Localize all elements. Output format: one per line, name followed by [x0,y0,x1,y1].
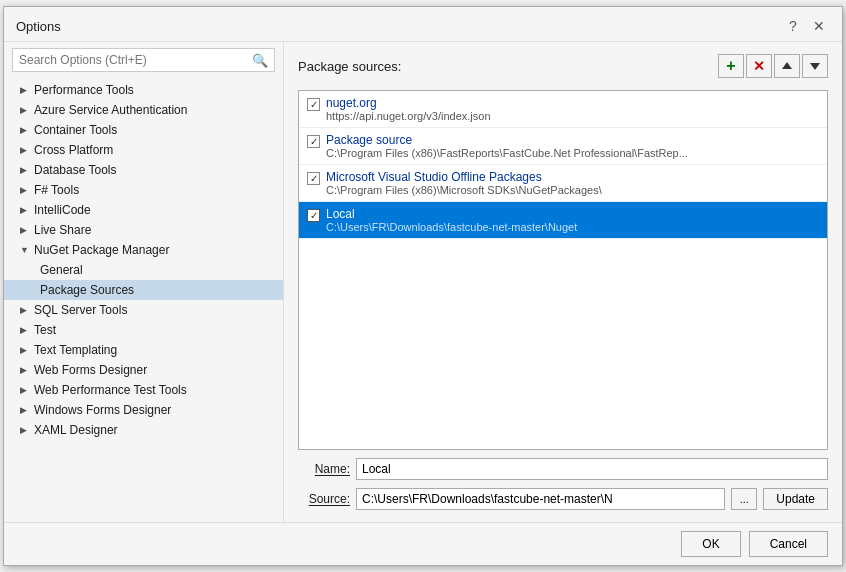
package-name-local: Local [326,207,819,221]
package-name-ms-vs-offline: Microsoft Visual Studio Offline Packages [326,170,819,184]
tree-item-web-perf-test-tools[interactable]: ▶ Web Performance Test Tools [4,380,283,400]
tree-label: Performance Tools [34,83,134,97]
name-row: Name: [298,458,828,480]
tree-label: Live Share [34,223,91,237]
options-tree: ▶ Performance Tools ▶ Azure Service Auth… [4,78,283,522]
package-url-local: C:\Users\FR\Downloads\fastcube-net-maste… [326,221,819,233]
chevron-right-icon: ▶ [20,205,30,215]
tree-item-package-sources[interactable]: Package Sources [4,280,283,300]
left-panel: 🔍 ▶ Performance Tools ▶ Azure Service Au… [4,42,284,522]
chevron-right-icon: ▶ [20,85,30,95]
tree-label: Web Forms Designer [34,363,147,377]
source-input[interactable] [356,488,725,510]
search-icon[interactable]: 🔍 [246,50,274,71]
tree-item-test[interactable]: ▶ Test [4,320,283,340]
right-panel: Package sources: + ✕ nuge [284,42,842,522]
tree-label: NuGet Package Manager [34,243,169,257]
tree-item-azure-service-auth[interactable]: ▶ Azure Service Authentication [4,100,283,120]
package-item-package-source[interactable]: Package source C:\Program Files (x86)\Fa… [299,128,827,165]
package-name-package-source: Package source [326,133,819,147]
tree-item-fsharp-tools[interactable]: ▶ F# Tools [4,180,283,200]
tree-label: General [40,263,83,277]
tree-label: Windows Forms Designer [34,403,171,417]
bottom-bar: OK Cancel [4,522,842,565]
tree-item-text-templating[interactable]: ▶ Text Templating [4,340,283,360]
package-info-package-source: Package source C:\Program Files (x86)\Fa… [326,133,819,159]
options-dialog: Options ? ✕ 🔍 ▶ Performance Tools ▶ [3,6,843,566]
help-button[interactable]: ? [782,15,804,37]
package-checkbox-nuget-org[interactable] [307,98,320,111]
title-bar-left: Options [16,19,61,34]
package-checkbox-ms-vs-offline[interactable] [307,172,320,185]
tree-item-general[interactable]: General [4,260,283,280]
tree-label: SQL Server Tools [34,303,127,317]
tree-item-web-forms-designer[interactable]: ▶ Web Forms Designer [4,360,283,380]
toolbar-buttons: + ✕ [718,54,828,78]
package-checkbox-package-source[interactable] [307,135,320,148]
tree-item-xaml-designer[interactable]: ▶ XAML Designer [4,420,283,440]
source-label: Source: [298,492,350,506]
svg-marker-0 [782,62,792,69]
tree-label: Test [34,323,56,337]
package-checkbox-local[interactable] [307,209,320,222]
title-controls: ? ✕ [782,15,830,37]
section-header: Package sources: + ✕ [298,54,828,78]
add-source-button[interactable]: + [718,54,744,78]
tree-label: IntelliCode [34,203,91,217]
tree-item-live-share[interactable]: ▶ Live Share [4,220,283,240]
package-item-nuget-org[interactable]: nuget.org https://api.nuget.org/v3/index… [299,91,827,128]
package-sources-list[interactable]: nuget.org https://api.nuget.org/v3/index… [298,90,828,450]
ok-button[interactable]: OK [681,531,740,557]
tree-label: Web Performance Test Tools [34,383,187,397]
chevron-right-icon: ▶ [20,145,30,155]
package-url-nuget-org: https://api.nuget.org/v3/index.json [326,110,819,122]
search-box[interactable]: 🔍 [12,48,275,72]
tree-item-nuget-package-manager[interactable]: ▼ NuGet Package Manager [4,240,283,260]
package-item-ms-vs-offline[interactable]: Microsoft Visual Studio Offline Packages… [299,165,827,202]
name-input[interactable] [356,458,828,480]
search-input[interactable] [13,49,246,71]
close-button[interactable]: ✕ [808,15,830,37]
chevron-right-icon: ▶ [20,345,30,355]
chevron-right-icon: ▶ [20,165,30,175]
source-row: Source: ... Update [298,488,828,510]
section-title: Package sources: [298,59,401,74]
tree-label: Text Templating [34,343,117,357]
tree-item-database-tools[interactable]: ▶ Database Tools [4,160,283,180]
update-button[interactable]: Update [763,488,828,510]
move-down-button[interactable] [802,54,828,78]
tree-item-container-tools[interactable]: ▶ Container Tools [4,120,283,140]
chevron-right-icon: ▶ [20,185,30,195]
chevron-right-icon: ▶ [20,325,30,335]
tree-item-windows-forms-designer[interactable]: ▶ Windows Forms Designer [4,400,283,420]
move-up-button[interactable] [774,54,800,78]
chevron-right-icon: ▶ [20,305,30,315]
package-info-ms-vs-offline: Microsoft Visual Studio Offline Packages… [326,170,819,196]
chevron-right-icon: ▶ [20,125,30,135]
chevron-right-icon: ▶ [20,425,30,435]
tree-item-performance-tools[interactable]: ▶ Performance Tools [4,80,283,100]
tree-label: Azure Service Authentication [34,103,187,117]
package-url-package-source: C:\Program Files (x86)\FastReports\FastC… [326,147,819,159]
remove-source-button[interactable]: ✕ [746,54,772,78]
title-bar: Options ? ✕ [4,7,842,42]
tree-label: Cross Platform [34,143,113,157]
dialog-title: Options [16,19,61,34]
package-item-local[interactable]: Local C:\Users\FR\Downloads\fastcube-net… [299,202,827,239]
package-info-local: Local C:\Users\FR\Downloads\fastcube-net… [326,207,819,233]
tree-item-sql-server-tools[interactable]: ▶ SQL Server Tools [4,300,283,320]
chevron-right-icon: ▶ [20,405,30,415]
package-info-nuget-org: nuget.org https://api.nuget.org/v3/index… [326,96,819,122]
tree-label: Database Tools [34,163,117,177]
tree-label: Package Sources [40,283,134,297]
chevron-right-icon: ▶ [20,105,30,115]
package-name-nuget-org: nuget.org [326,96,819,110]
tree-item-intellicode[interactable]: ▶ IntelliCode [4,200,283,220]
package-url-ms-vs-offline: C:\Program Files (x86)\Microsoft SDKs\Nu… [326,184,819,196]
tree-label: F# Tools [34,183,79,197]
cancel-button[interactable]: Cancel [749,531,828,557]
tree-item-cross-platform[interactable]: ▶ Cross Platform [4,140,283,160]
tree-label: Container Tools [34,123,117,137]
chevron-right-icon: ▶ [20,365,30,375]
browse-button[interactable]: ... [731,488,757,510]
